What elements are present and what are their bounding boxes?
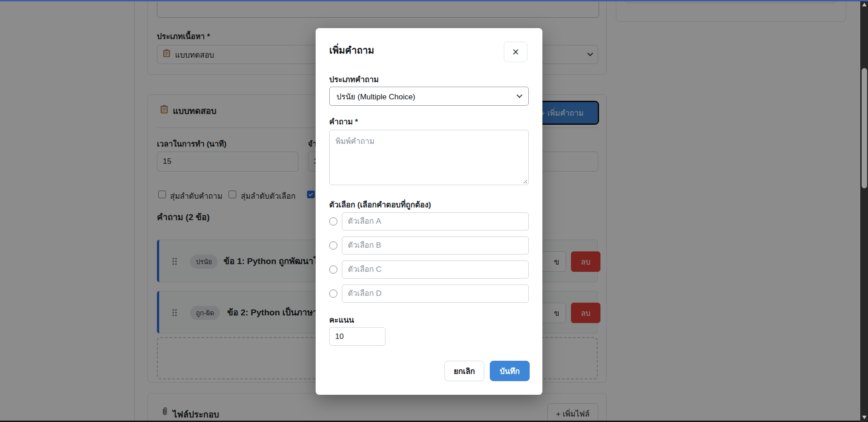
add-question-modal: เพิ่มคำถาม × ประเภทคำถาม ปรนัย (Multiple… (316, 28, 542, 395)
option-d-input[interactable] (342, 285, 529, 303)
option-a-radio[interactable] (329, 217, 337, 226)
question-textarea[interactable]: พิมพ์คำถาม (329, 130, 529, 185)
option-row (316, 285, 542, 303)
option-b-radio[interactable] (329, 241, 337, 250)
options-label: ตัวเลือก (เลือกคำตอบที่ถูกต้อง) (329, 198, 431, 211)
question-placeholder: พิมพ์คำถาม (336, 135, 375, 147)
chevron-down-icon (517, 92, 522, 98)
option-row (316, 260, 542, 279)
option-a-input[interactable] (342, 212, 529, 231)
score-label: คะแนน (329, 314, 354, 326)
modal-close-button[interactable]: × (504, 42, 527, 62)
question-label: คำถาม * (329, 115, 358, 128)
scrollbar-thumb[interactable] (862, 68, 867, 188)
question-type-select[interactable]: ปรนัย (Multiple Choice) (329, 87, 529, 106)
question-type-selected-value: ปรนัย (Multiple Choice) (336, 90, 415, 103)
option-c-input[interactable] (342, 260, 529, 279)
resize-handle-icon[interactable] (522, 178, 527, 183)
option-row (316, 212, 542, 231)
score-input[interactable] (329, 327, 385, 346)
option-c-radio[interactable] (329, 265, 337, 274)
app-screen: ประเภทเนื้อหา * แบบทดสอบ แบบทดสอบ + เพิ่… (0, 0, 868, 422)
top-accent-bar (0, 0, 868, 1)
question-type-label: ประเภทคำถาม (329, 73, 379, 85)
option-d-radio[interactable] (329, 290, 337, 298)
save-button[interactable]: บันทึก (490, 361, 530, 381)
option-row (316, 236, 542, 255)
scroll-down-icon[interactable] (862, 416, 867, 419)
modal-title: เพิ่มคำถาม (329, 43, 374, 58)
close-icon: × (512, 46, 519, 58)
cancel-button[interactable]: ยกเลิก (444, 361, 484, 381)
scrollbar[interactable] (860, 0, 868, 422)
scroll-up-icon[interactable] (862, 3, 867, 6)
option-b-input[interactable] (342, 236, 529, 255)
